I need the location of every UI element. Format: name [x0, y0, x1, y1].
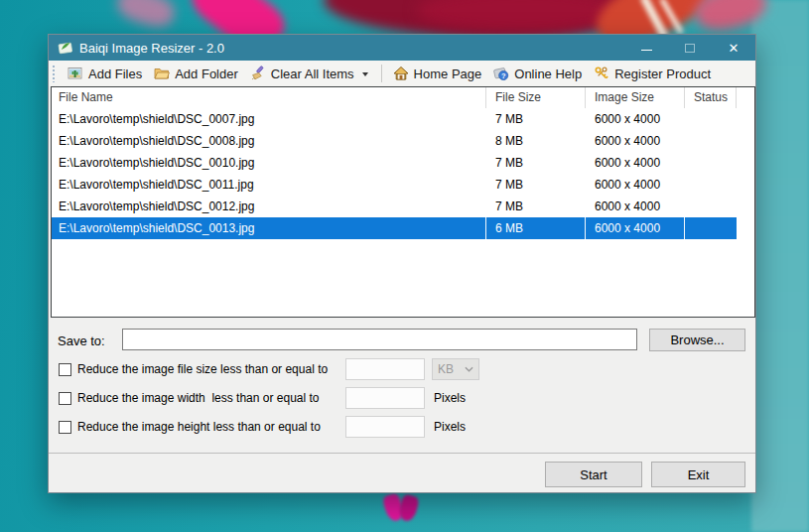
table-cell: 6000 x 4000 — [586, 217, 685, 239]
window-controls: ✕ — [624, 35, 755, 61]
table-cell — [685, 130, 737, 152]
toolbar-item-label: Register Product — [614, 66, 711, 81]
table-cell: 7 MB — [486, 196, 586, 217]
file-list-header: File Name File Size Image Size Status — [52, 87, 754, 108]
start-button[interactable]: Start — [545, 462, 642, 487]
table-cell: 6000 x 4000 — [586, 174, 685, 196]
table-cell: E:\Lavoro\temp\shield\DSC_0008.jpg — [52, 130, 486, 152]
file-list-body: E:\Lavoro\temp\shield\DSC_0007.jpg7 MB60… — [52, 108, 754, 239]
file-list: File Name File Size Image Size Status E:… — [51, 86, 755, 318]
maximize-button[interactable] — [668, 35, 712, 61]
toolbar-item-label: Clear All Items — [271, 66, 354, 81]
reduce-width-checkbox[interactable] — [59, 392, 71, 405]
bottom-divider — [49, 453, 755, 454]
add-folder-button[interactable]: Clear All Items Add Folder — [148, 63, 244, 84]
table-row[interactable]: E:\Lavoro\temp\shield\DSC_0008.jpg8 MB60… — [52, 130, 737, 152]
reduce-width-row: Reduce the image width less than or equa… — [59, 387, 319, 409]
add-files-icon — [67, 66, 83, 81]
toolbar-item-label: Add Files — [88, 66, 142, 81]
close-button[interactable]: ✕ — [712, 35, 755, 61]
clear-items-dropdown-arrow[interactable] — [362, 72, 368, 76]
table-cell: 7 MB — [486, 174, 586, 196]
register-product-button[interactable]: Register Product — [588, 63, 717, 84]
table-row[interactable]: E:\Lavoro\temp\shield\DSC_0007.jpg7 MB60… — [52, 108, 737, 130]
table-row[interactable]: E:\Lavoro\temp\shield\DSC_0012.jpg7 MB60… — [52, 196, 737, 217]
toolbar-item-label: Home Page — [414, 66, 482, 81]
register-icon — [594, 66, 609, 81]
column-header-file-name[interactable]: File Name — [52, 87, 486, 108]
height-unit-label: Pixels — [434, 420, 466, 434]
reduce-file-size-row: Reduce the image file size less than or … — [59, 358, 328, 380]
minimize-button[interactable] — [624, 35, 668, 61]
add-folder-icon — [154, 66, 170, 81]
width-unit-label: Pixels — [434, 391, 466, 405]
clear-items-icon — [250, 66, 266, 81]
table-cell — [685, 196, 737, 217]
toolbar: Add Files Clear All Items Add Folder Cle… — [49, 61, 755, 86]
file-size-unit-dropdown[interactable]: KB — [432, 358, 479, 380]
wallpaper-band — [751, 0, 809, 532]
online-help-button[interactable]: ? Online Help — [487, 63, 588, 84]
reduce-width-input[interactable] — [345, 387, 425, 409]
table-cell: 6000 x 4000 — [586, 152, 685, 174]
app-window: Baiqi Image Resizer - 2.0 ✕ Add Files — [48, 34, 756, 493]
table-cell: 6000 x 4000 — [586, 196, 685, 217]
table-cell: E:\Lavoro\temp\shield\DSC_0010.jpg — [52, 152, 486, 174]
svg-text:?: ? — [501, 71, 506, 80]
column-header-file-size[interactable]: File Size — [486, 87, 586, 108]
close-icon: ✕ — [729, 42, 740, 55]
table-cell: E:\Lavoro\temp\shield\DSC_0007.jpg — [52, 108, 486, 130]
table-cell: 8 MB — [486, 130, 586, 152]
reduce-height-input[interactable] — [345, 416, 425, 438]
table-cell: 7 MB — [486, 108, 586, 130]
save-to-label: Save to: — [58, 333, 105, 348]
table-cell: 6000 x 4000 — [586, 108, 685, 130]
flower-petal — [113, 0, 178, 32]
online-help-icon: ? — [493, 66, 509, 81]
table-cell: 7 MB — [486, 152, 586, 174]
table-cell — [685, 108, 737, 130]
app-icon — [58, 40, 73, 56]
toolbar-item-label: Add Folder — [175, 66, 238, 81]
toolbar-item-label: Online Help — [514, 66, 582, 81]
reduce-file-size-checkbox[interactable] — [59, 363, 71, 376]
table-cell — [685, 152, 737, 174]
reduce-height-checkbox[interactable] — [59, 421, 71, 434]
clear-all-items-button[interactable]: Clear All Items — [244, 63, 360, 84]
table-row[interactable]: E:\Lavoro\temp\shield\DSC_0011.jpg7 MB60… — [52, 174, 737, 196]
reduce-height-label: Reduce the image height less than or equ… — [77, 420, 321, 434]
table-cell — [685, 217, 737, 239]
reduce-height-row: Reduce the image height less than or equ… — [59, 416, 321, 438]
save-to-input[interactable] — [122, 329, 637, 350]
table-cell: E:\Lavoro\temp\shield\DSC_0012.jpg — [52, 196, 486, 217]
table-cell: E:\Lavoro\temp\shield\DSC_0011.jpg — [52, 174, 486, 196]
reduce-width-label: Reduce the image width less than or equa… — [77, 391, 319, 405]
reduce-file-size-input[interactable] — [345, 358, 425, 380]
maximize-icon — [685, 44, 695, 53]
table-row[interactable]: E:\Lavoro\temp\shield\DSC_0010.jpg7 MB60… — [52, 152, 737, 174]
exit-button[interactable]: Exit — [651, 462, 745, 487]
column-header-status[interactable]: Status — [685, 87, 737, 108]
toolbar-grip[interactable] — [52, 65, 56, 82]
column-header-image-size[interactable]: Image Size — [586, 87, 685, 108]
browse-button[interactable]: Browse... — [649, 329, 745, 351]
table-cell: 6000 x 4000 — [586, 130, 685, 152]
chevron-down-icon — [465, 366, 473, 372]
reduce-file-size-label: Reduce the image file size less than or … — [77, 362, 328, 376]
table-cell: 6 MB — [486, 217, 586, 239]
minimize-icon — [641, 50, 652, 51]
toolbar-separator — [381, 65, 382, 82]
home-icon — [393, 66, 409, 81]
table-cell: E:\Lavoro\temp\shield\DSC_0013.jpg — [52, 217, 486, 239]
window-title: Baiqi Image Resizer - 2.0 — [79, 41, 624, 56]
add-files-button[interactable]: Add Files — [62, 63, 148, 84]
table-row[interactable]: E:\Lavoro\temp\shield\DSC_0013.jpg6 MB60… — [52, 217, 737, 239]
home-page-button[interactable]: Home Page — [387, 63, 488, 84]
unit-dropdown-value: KB — [438, 362, 454, 376]
table-cell — [685, 174, 737, 196]
titlebar[interactable]: Baiqi Image Resizer - 2.0 ✕ — [49, 35, 755, 61]
